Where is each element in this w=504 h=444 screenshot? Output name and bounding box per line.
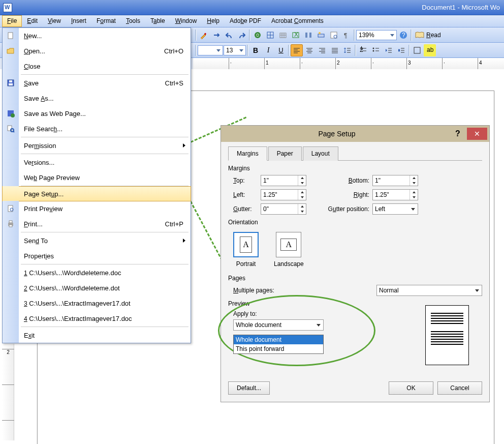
vertical-ruler: 2	[2, 344, 14, 440]
font-size-value: 13	[226, 47, 233, 54]
menu-tools[interactable]: Tools	[121, 15, 145, 27]
read-button[interactable]: Read	[413, 32, 443, 39]
menu-bar: File Edit View Insert Format Tools Table…	[0, 15, 504, 27]
left-input[interactable]: 1.25"	[261, 189, 306, 200]
tables-borders-icon[interactable]	[264, 29, 276, 41]
tab-paper[interactable]: Paper	[268, 146, 302, 161]
bullets-icon[interactable]	[370, 44, 382, 56]
file-menu-item[interactable]: Print Preview	[3, 201, 191, 216]
borders-icon[interactable]	[411, 44, 423, 56]
apply-to-option-whole[interactable]: Whole document	[234, 335, 323, 344]
file-menu-item[interactable]: Save as Web Page...	[3, 106, 191, 121]
align-left-icon[interactable]	[291, 44, 303, 56]
file-menu-item[interactable]: 4 C:\Users\...\ExtractImagever17.doc	[3, 311, 191, 326]
file-menu-item[interactable]: Properties	[3, 248, 191, 263]
highlight-icon[interactable]: ab	[424, 44, 436, 56]
underline-icon[interactable]: U	[275, 44, 287, 56]
bold-icon[interactable]: B	[249, 44, 262, 56]
gutter-pos-select[interactable]: Left	[372, 203, 418, 215]
bottom-label: Bottom:	[306, 177, 372, 184]
file-menu-item[interactable]: Print...Ctrl+P	[3, 216, 191, 231]
cancel-button[interactable]: Cancel	[437, 381, 482, 395]
style-combo[interactable]	[198, 45, 223, 55]
file-menu-item[interactable]: SaveCtrl+S	[3, 75, 191, 91]
menu-help[interactable]: Help	[202, 15, 225, 27]
align-right-icon[interactable]	[316, 44, 328, 56]
zoom-combo[interactable]: 139%	[356, 30, 397, 40]
file-menu-item[interactable]: Exit	[3, 328, 191, 343]
arrow-icon[interactable]	[210, 29, 223, 41]
drawing-toolbar-icon[interactable]	[315, 29, 327, 41]
left-label: Left:	[228, 191, 261, 198]
menu-file[interactable]: File	[2, 15, 22, 27]
redo-icon[interactable]	[236, 29, 248, 41]
help-button[interactable]: ?	[451, 129, 465, 138]
file-menu-item[interactable]: Permission	[3, 138, 191, 153]
bottom-input[interactable]: 1"	[372, 175, 418, 186]
drawing-icon[interactable]	[198, 29, 210, 41]
menu-edit[interactable]: Edit	[22, 15, 43, 27]
line-spacing-icon[interactable]	[341, 44, 354, 56]
svg-rect-67	[9, 221, 12, 223]
svg-rect-58	[9, 80, 12, 82]
menu-window[interactable]: Window	[170, 15, 202, 27]
undo-icon[interactable]	[223, 29, 235, 41]
apply-to-select[interactable]: Whole document	[233, 319, 324, 331]
file-menu-item[interactable]: Open...Ctrl+O	[3, 43, 191, 58]
page-setup-dialog: Page Setup ? ✕ Margins Paper Layout Marg…	[220, 125, 490, 402]
landscape-option[interactable]: A Landscape	[274, 232, 304, 268]
right-input[interactable]: 1.25"	[372, 189, 418, 200]
apply-to-option-forward[interactable]: This point forward	[234, 344, 323, 353]
file-menu-item[interactable]: File Search...	[3, 121, 191, 136]
file-menu-item[interactable]: Send To	[3, 233, 191, 248]
excel-icon[interactable]: X	[290, 29, 302, 41]
top-input[interactable]: 1"	[261, 175, 306, 186]
columns-icon[interactable]	[302, 29, 314, 41]
file-menu-item[interactable]: Page Setup...	[2, 186, 191, 201]
file-menu-item[interactable]: 2 C:\Users\...\Word\deleteme.dot	[3, 280, 191, 295]
file-menu-item[interactable]: 1 C:\Users\...\Word\deleteme.doc	[3, 265, 191, 280]
insert-table-icon[interactable]	[277, 29, 289, 41]
menu-adobe-pdf[interactable]: Adobe PDF	[225, 15, 266, 27]
increase-indent-icon[interactable]	[395, 44, 407, 56]
help-icon[interactable]: ?	[397, 29, 410, 41]
tab-margins[interactable]: Margins	[228, 146, 267, 161]
multiple-pages-select[interactable]: Normal	[376, 285, 482, 296]
gutter-input[interactable]: 0"	[261, 203, 306, 215]
menu-insert[interactable]: Insert	[66, 15, 91, 27]
align-center-icon[interactable]	[303, 44, 316, 56]
file-menu-dropdown: New...Open...Ctrl+OCloseSaveCtrl+SSave A…	[2, 27, 191, 343]
menu-format[interactable]: Format	[91, 15, 121, 27]
svg-point-14	[319, 32, 321, 34]
close-button[interactable]: ✕	[467, 128, 487, 140]
file-menu-item[interactable]: Versions...	[3, 155, 191, 170]
tab-layout[interactable]: Layout	[303, 146, 338, 161]
file-menu-item[interactable]: Close	[3, 58, 191, 74]
file-menu-item[interactable]: 3 C:\Users\...\ExtractImagever17.dot	[3, 295, 191, 311]
decrease-indent-icon[interactable]	[383, 44, 395, 56]
justify-icon[interactable]	[329, 44, 341, 56]
svg-text:¶: ¶	[344, 32, 347, 39]
dialog-title-bar[interactable]: Page Setup ? ✕	[221, 126, 489, 142]
file-menu-item[interactable]: Web Page Preview	[3, 170, 191, 185]
file-menu-item[interactable]: New...	[3, 28, 191, 43]
svg-rect-13	[318, 34, 324, 37]
italic-icon[interactable]: I	[262, 44, 274, 56]
document-map-icon[interactable]	[328, 29, 340, 41]
paragraph-icon[interactable]: ¶	[340, 29, 353, 41]
svg-line-63	[13, 131, 14, 132]
numbering-icon[interactable]: 12	[357, 44, 369, 56]
menu-acrobat-comments[interactable]: Acrobat Comments	[266, 15, 329, 27]
svg-rect-11	[305, 33, 307, 38]
menu-table[interactable]: Table	[145, 15, 170, 27]
default-button[interactable]: Default...	[228, 381, 270, 395]
menu-view[interactable]: View	[43, 15, 66, 27]
svg-text:2: 2	[360, 46, 363, 53]
right-label: Right:	[306, 191, 372, 198]
portrait-option[interactable]: A Portrait	[233, 232, 259, 268]
file-menu-item[interactable]: Save As...	[3, 91, 191, 106]
font-size-combo[interactable]: 13	[224, 45, 246, 55]
ok-button[interactable]: OK	[389, 381, 433, 395]
svg-rect-57	[9, 83, 13, 85]
hyperlink-icon[interactable]	[251, 29, 264, 41]
